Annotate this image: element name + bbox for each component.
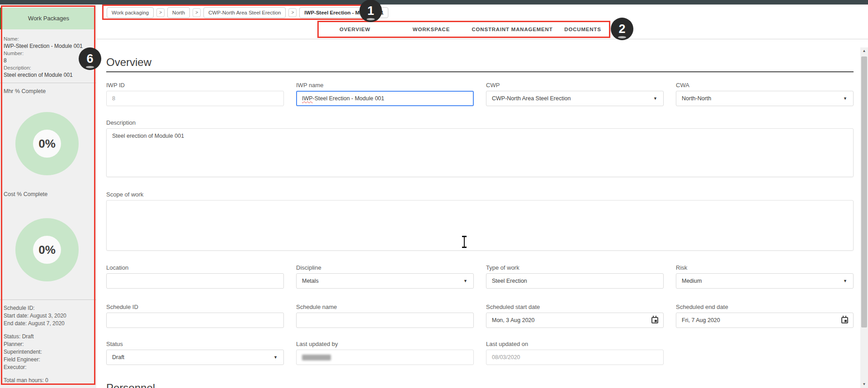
mhr-complete-donut-chart: 0% [15,112,79,175]
scheduled-end-date-input[interactable]: Fri, 7 Aug 2020 [676,313,854,328]
discipline-field: Discipline Metals ▼ [296,264,474,289]
dropdown-arrow-icon: ▼ [463,274,467,288]
breadcrumb-bar: Work packaging > North > CWP-North Area … [96,5,868,20]
last-updated-by-field: Last updated by [296,341,474,365]
description-value: Steel erection of Module 001 [4,71,94,79]
cwa-dropdown[interactable]: North-North ▼ [676,91,854,106]
end-date-text: End date: August 7, 2020 [4,320,94,327]
cwp-label: CWP [486,82,664,89]
description-field: Description Steel erection of Module 001 [106,119,854,177]
type-of-work-input[interactable] [486,273,664,289]
scheduled-start-date-label: Scheduled start date [486,304,664,310]
dropdown-arrow-icon: ▼ [843,91,847,106]
location-input[interactable] [106,273,284,289]
tab-documents[interactable]: DOCUMENTS [554,20,611,39]
schedule-id-label: Schedule ID [106,304,284,310]
schedule-name-field: Schedule name [296,304,474,328]
total-man-hours-text: Total man hours: 0 [4,377,94,384]
discipline-selected-value: Metals [302,278,319,284]
spacer [4,371,94,377]
iwp-name-field: IWP name IWP-Steel Erection - Module 001 [296,82,474,106]
executor-text: Executor: [4,364,94,371]
sidebar-divider [0,299,96,300]
cost-complete-value: 0% [38,243,56,257]
dropdown-arrow-icon: ▼ [274,350,278,365]
scheduled-end-date-label: Scheduled end date [676,304,854,310]
status-label: Status [106,341,284,347]
iwp-name-value: -Steel Erection - Module 001 [313,95,384,102]
risk-dropdown[interactable]: Medium ▼ [676,273,854,289]
sidebar-header-work-packages[interactable]: Work Packages [2,8,95,29]
tab-overview[interactable]: OVERVIEW [317,20,392,39]
vertical-scrollbar: ▲ ▼ [860,47,868,388]
scope-of-work-label: Scope of work [106,191,854,198]
annotation-callout-1: 1 [359,0,382,22]
name-label: Name: [4,36,94,42]
chevron-right-icon: > [288,8,297,17]
chevron-right-icon: > [156,8,165,17]
scheduled-end-date-field: Scheduled end date Fri, 7 Aug 2020 [676,304,854,328]
discipline-dropdown[interactable]: Metals ▼ [296,273,474,289]
last-updated-by-label: Last updated by [296,341,474,347]
start-date-text: Start date: August 3, 2020 [4,312,94,320]
breadcrumb-item-cwp[interactable]: CWP-North Area Steel Erection [203,7,286,18]
iwp-id-label: IWP ID [106,82,284,89]
planner-text: Planner: [4,341,94,348]
schedule-name-label: Schedule name [296,304,474,310]
scheduled-start-date-value: Mon, 3 Aug 2020 [492,317,535,323]
description-textarea[interactable]: Steel erection of Module 001 [106,128,854,177]
status-dropdown[interactable]: Draft ▼ [106,350,284,365]
personnel-section-title: Personnel [106,382,155,388]
scheduled-end-date-value: Fri, 7 Aug 2020 [682,317,720,323]
scrollbar-thumb[interactable] [861,56,867,327]
tabs-divider [96,39,868,39]
description-field-label: Description [106,119,854,126]
sidebar-schedule-block: Schedule ID: Start date: August 3, 2020 … [4,304,94,384]
annotation-callout-6: 6 [79,47,101,70]
text-cursor [461,236,467,248]
title-rule [106,71,854,72]
last-updated-on-label: Last updated on [486,341,664,347]
iwp-name-label: IWP name [296,82,474,89]
cwp-selected-value: CWP-North Area Steel Erection [492,95,571,102]
scroll-down-button[interactable]: ▼ [860,381,868,388]
status-selected-value: Draft [112,354,124,360]
risk-selected-value: Medium [682,278,702,284]
dropdown-arrow-icon: ▼ [653,91,657,106]
discipline-label: Discipline [296,264,474,271]
breadcrumb-item-north[interactable]: North [167,7,190,18]
calendar-icon[interactable] [651,317,658,323]
schedule-name-input[interactable] [296,313,474,328]
tab-bar: OVERVIEW WORKSPACE CONSTRAINT MANAGEMENT… [96,20,868,39]
iwp-name-input[interactable]: IWP-Steel Erection - Module 001 [296,91,474,106]
scope-of-work-textarea[interactable] [106,200,854,251]
field-engineer-text: Field Engineer: [4,356,94,364]
description-label: Description: [4,65,94,71]
page-title: Overview [106,56,151,69]
last-updated-on-field: Last updated on 08/03/2020 [486,341,664,365]
type-of-work-label: Type of work [486,264,664,271]
scheduled-start-date-input[interactable]: Mon, 3 Aug 2020 [486,313,664,328]
cost-complete-label: Cost % Complete [4,191,47,197]
location-label: Location [106,264,284,271]
last-updated-by-input [296,350,474,365]
last-updated-on-value: 08/03/2020 [492,354,520,360]
redacted-value [302,355,331,360]
iwp-id-input [106,91,284,106]
breadcrumb-item-work-packaging[interactable]: Work packaging [107,7,154,18]
tab-workspace[interactable]: WORKSPACE [392,20,470,39]
schedule-id-input[interactable] [106,313,284,328]
risk-label: Risk [676,264,854,271]
location-field: Location [106,264,284,289]
scope-of-work-field: Scope of work [106,191,854,251]
scroll-up-button[interactable]: ▲ [860,47,868,55]
status-field: Status Draft ▼ [106,341,284,365]
breadcrumb: Work packaging > North > CWP-North Area … [107,7,388,18]
iwp-id-field: IWP ID [106,82,284,106]
annotation-callout-2: 2 [611,18,633,40]
tab-constraint-management[interactable]: CONSTRAINT MANAGEMENT [470,20,554,39]
calendar-icon[interactable] [841,317,848,323]
mhr-complete-value: 0% [38,137,56,151]
cwp-dropdown[interactable]: CWP-North Area Steel Erection ▼ [486,91,664,106]
schedule-id-field: Schedule ID [106,304,284,328]
